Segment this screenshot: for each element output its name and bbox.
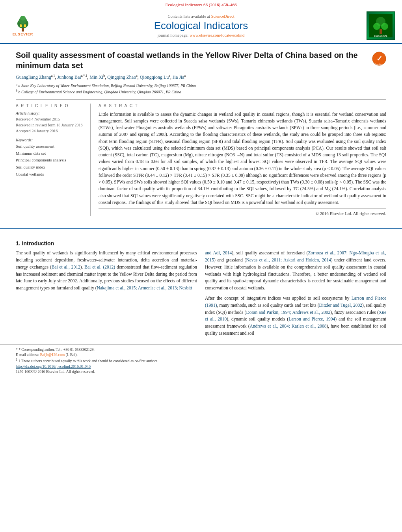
history-label: Article history: bbox=[16, 111, 86, 115]
contents-line: Contents lists available at ScienceDirec… bbox=[39, 14, 363, 19]
keyword-4: Soil quality index bbox=[16, 164, 86, 171]
keyword-1: Soil quality assessment bbox=[16, 143, 86, 150]
ref-bai2012b[interactable]: Bai et al. (2012) bbox=[84, 265, 115, 269]
authors-line: Guangliang Zhanga,1, Junhong Baia,*,1, M… bbox=[16, 74, 386, 81]
accepted-date: Accepted 24 January 2016 bbox=[16, 128, 86, 134]
homepage-link[interactable]: www.elsevier.com/locate/ecolind bbox=[190, 33, 244, 37]
article-info-column: A R T I C L E I N F O Article history: R… bbox=[16, 104, 91, 216]
introduction-heading: 1. Introduction bbox=[16, 240, 386, 247]
journal-ref-text: Ecological Indicators 66 (2016) 458–466 bbox=[166, 2, 237, 7]
intro-paragraph-2: After the concept of integrative indices… bbox=[205, 295, 386, 337]
author-jia[interactable]: Jia Jia bbox=[173, 74, 184, 80]
author-junhong[interactable]: Junhong Bai bbox=[57, 74, 81, 80]
svg-rect-5 bbox=[24, 24, 26, 27]
homepage-line: journal homepage: www.elsevier.com/locat… bbox=[39, 33, 363, 37]
affiliation-a: a a State Key Laboratory of Water Enviro… bbox=[16, 82, 386, 89]
crossmark-badge[interactable]: ✓ CrossMark bbox=[372, 52, 386, 66]
intro-two-col: The soil quality of wetlands is signific… bbox=[16, 250, 386, 340]
article-container: Soil quality assessment of coastal wetla… bbox=[0, 44, 402, 224]
keyword-3: Principal components analysis bbox=[16, 157, 86, 164]
elsevier-wordmark: ELSEVIER bbox=[13, 32, 34, 36]
footer-doi: http://dx.doi.org/10.1016/j.ecolind.2016… bbox=[16, 364, 386, 369]
article-info-label: A R T I C L E I N F O bbox=[16, 104, 86, 108]
svg-point-3 bbox=[20, 16, 26, 20]
footer-issn: 1470-160X/© 2016 Elsevier Ltd. All right… bbox=[16, 370, 386, 374]
intro-paragraph-1: The soil quality of wetlands is signific… bbox=[16, 250, 197, 292]
svg-rect-4 bbox=[20, 24, 22, 27]
ref-andrews[interactable]: Andrews et al., 2004; Karlen et al., 200… bbox=[249, 324, 326, 328]
svg-point-9 bbox=[381, 23, 388, 30]
abstract-paragraph: Little information is available to asses… bbox=[99, 111, 386, 206]
svg-rect-10 bbox=[380, 29, 382, 34]
svg-text:✓: ✓ bbox=[376, 55, 382, 63]
received-date: Received 4 November 2015 bbox=[16, 116, 86, 122]
elsevier-logo: ELSEVIER bbox=[7, 11, 39, 40]
keywords-label: Keywords: bbox=[16, 138, 86, 142]
introduction-section: 1. Introduction The soil quality of wetl… bbox=[0, 234, 402, 344]
article-footer: * * Corresponding author. Tel.: +86 01 0… bbox=[0, 344, 402, 378]
svg-text:CrossMark: CrossMark bbox=[374, 63, 384, 65]
affiliations: a a State Key Laboratory of Water Enviro… bbox=[16, 82, 386, 95]
intro-right-col: and Adl, 2014), soil quality assessment … bbox=[205, 250, 386, 340]
abstract-label: A B S T R A C T bbox=[99, 104, 386, 108]
article-history: Article history: Received 4 November 201… bbox=[16, 111, 86, 134]
article-title-section: Soil quality assessment of coastal wetla… bbox=[16, 50, 386, 70]
journal-logo: ECOLOGICAL bbox=[363, 11, 395, 40]
keyword-2: Minimum data set bbox=[16, 150, 86, 157]
abstract-column: A B S T R A C T Little information is av… bbox=[99, 104, 386, 216]
article-title: Soil quality assessment of coastal wetla… bbox=[16, 50, 368, 70]
footer-email: E-mail address: Baijh@126.com (J. Bai). bbox=[16, 353, 386, 357]
author-qingqing[interactable]: Qingqing Zhao bbox=[107, 74, 136, 80]
svg-text:ECOLOGICAL: ECOLOGICAL bbox=[374, 35, 387, 37]
abstract-text: Little information is available to asses… bbox=[99, 111, 386, 206]
copyright-line: © 2016 Elsevier Ltd. All rights reserved… bbox=[99, 208, 386, 216]
doi-link[interactable]: http://dx.doi.org/10.1016/j.ecolind.2016… bbox=[16, 364, 91, 369]
keywords-group: Keywords: Soil quality assessment Minimu… bbox=[16, 138, 86, 178]
revised-date: Received in revised form 18 January 2016 bbox=[16, 122, 86, 128]
svg-point-8 bbox=[373, 23, 380, 30]
section-divider bbox=[0, 228, 402, 229]
ref-doran[interactable]: Doran and Parkin, 1994; Andrews et al., … bbox=[246, 310, 330, 315]
ref-ditzler[interactable]: Ditzler and Tugel, 2002 bbox=[319, 303, 362, 308]
author-guangliang[interactable]: Guangliang Zhang bbox=[16, 74, 51, 80]
ref-larson-pierce2[interactable]: Larson and Pierce, 1994 bbox=[288, 317, 335, 321]
keyword-5: Coastal wetlands bbox=[16, 171, 86, 178]
journal-center: Contents lists available at ScienceDirec… bbox=[39, 14, 363, 37]
author-qiongqiong[interactable]: Qiongqiong Lu bbox=[140, 74, 169, 80]
footer-email-link[interactable]: Baijh@126.com bbox=[40, 353, 65, 357]
journal-header: ELSEVIER Contents lists available at Sci… bbox=[0, 8, 402, 44]
footer-corresponding: * * Corresponding author. Tel.: +86 01 0… bbox=[16, 348, 386, 352]
ref-navas[interactable]: Navas et al., 2011; Askari and Holden, 2… bbox=[246, 258, 331, 262]
journal-reference: Ecological Indicators 66 (2016) 458–466 bbox=[0, 0, 402, 8]
keywords-list: Soil quality assessment Minimum data set… bbox=[16, 143, 86, 178]
ref-bai2012a[interactable]: Bai et al., 2012 bbox=[52, 265, 80, 269]
author-min[interactable]: Min Xi bbox=[89, 74, 103, 80]
ref-nakajima[interactable]: Nakajima et al., 2015; Armenise et al., … bbox=[97, 285, 192, 290]
ref-nesbitt-adl[interactable]: and Adl, 2014 bbox=[205, 250, 232, 255]
intro-left-col: The soil quality of wetlands is signific… bbox=[16, 250, 197, 340]
journal-logo-box: ECOLOGICAL bbox=[367, 11, 395, 40]
affiliation-b: b b College of Environmental Science and… bbox=[16, 89, 386, 95]
two-column-layout: A R T I C L E I N F O Article history: R… bbox=[16, 99, 386, 216]
sciencedirect-link[interactable]: ScienceDirect bbox=[211, 14, 234, 19]
journal-title: Ecological Indicators bbox=[39, 20, 363, 32]
footer-footnote1: 1 1 These authors contributed equally to… bbox=[16, 358, 386, 363]
intro-paragraph-1-cont: and Adl, 2014), soil quality assessment … bbox=[205, 250, 386, 292]
